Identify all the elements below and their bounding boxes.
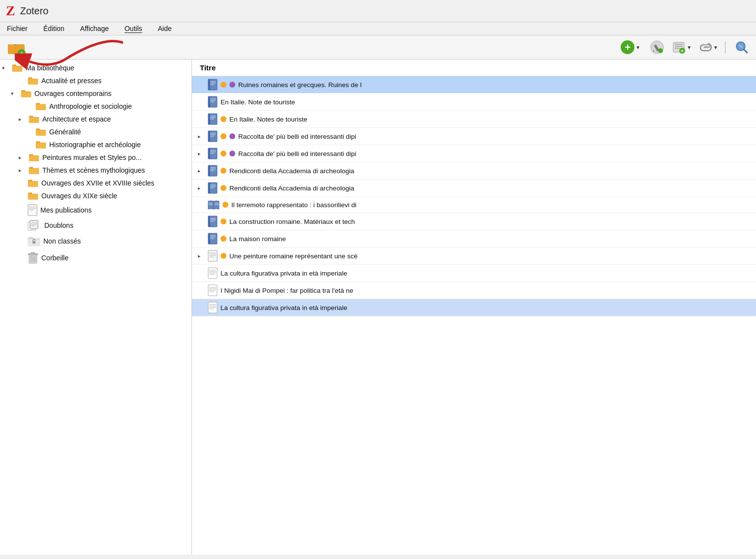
sidebar-label-non-classes: Non classés bbox=[43, 237, 81, 245]
svg-text:+: + bbox=[681, 48, 684, 54]
item-title: La construction romaine. Matériaux et te… bbox=[229, 218, 750, 225]
sidebar-item-peintures[interactable]: ▸ Peintures murales et Styles po... bbox=[0, 151, 191, 164]
list-item[interactable]: ▸ Une peinture romaine représentant une … bbox=[192, 248, 756, 265]
tag-orange bbox=[220, 253, 226, 259]
tag-orange bbox=[220, 185, 226, 191]
tag-purple bbox=[229, 151, 235, 156]
edit-item-button[interactable] bbox=[649, 39, 665, 55]
add-circle-icon: + bbox=[621, 40, 634, 54]
svg-rect-46 bbox=[210, 101, 214, 102]
list-expand: ▸ bbox=[198, 185, 205, 191]
svg-rect-56 bbox=[210, 136, 214, 137]
list-item[interactable]: ▸ La cultura figurativa privata in età i… bbox=[192, 299, 756, 316]
article-icon bbox=[208, 284, 218, 296]
sidebar: ▾ Ma bibliothèque ▸ Actualité et presses… bbox=[0, 60, 192, 555]
search-button[interactable] bbox=[733, 39, 750, 56]
item-title: Rendiconti della Accademia di archeologi… bbox=[229, 185, 750, 192]
list-item[interactable]: ▸ Il terremoto rappresentato : i bassori… bbox=[192, 197, 756, 213]
svg-rect-61 bbox=[210, 153, 214, 154]
sidebar-item-architecture[interactable]: ▸ Architecture et espace bbox=[0, 113, 191, 125]
book-icon bbox=[208, 165, 218, 177]
svg-rect-73 bbox=[209, 203, 213, 204]
svg-rect-80 bbox=[210, 219, 216, 220]
list-item[interactable]: ▸ Ruines romaines et grecques. Ruines de… bbox=[192, 76, 756, 93]
sidebar-item-ouvrages-xixe[interactable]: ▸ Ouvrages du XIXe siècle bbox=[0, 189, 191, 202]
article-icon bbox=[208, 267, 218, 279]
add-attachment-button[interactable]: + ▼ bbox=[671, 39, 693, 55]
sidebar-item-generalite[interactable]: ▸ Généralité bbox=[0, 125, 191, 138]
menu-outils[interactable]: Outils bbox=[122, 23, 145, 34]
book-icon bbox=[208, 148, 218, 159]
svg-rect-95 bbox=[209, 270, 216, 271]
menu-fichier[interactable]: Fichier bbox=[4, 23, 31, 34]
menu-aide[interactable]: Aide bbox=[155, 23, 175, 34]
app-icon: Z bbox=[6, 4, 15, 18]
svg-rect-43 bbox=[208, 96, 210, 107]
sidebar-item-ouvrages-contemporains[interactable]: ▾ Ouvrages contemporains bbox=[0, 87, 191, 100]
sidebar-item-historiographie[interactable]: ▸ Historiographie et archéologie bbox=[0, 138, 191, 151]
book-icon bbox=[208, 216, 218, 227]
svg-rect-106 bbox=[209, 306, 216, 307]
svg-rect-103 bbox=[209, 291, 214, 292]
svg-rect-71 bbox=[210, 187, 214, 188]
item-title: En Italie. Note de touriste bbox=[220, 98, 750, 106]
svg-rect-105 bbox=[209, 304, 216, 305]
tag-orange bbox=[220, 116, 226, 122]
svg-rect-45 bbox=[210, 100, 216, 101]
column-header-titre: Titre bbox=[192, 60, 756, 76]
attach-dropdown: ▼ bbox=[713, 45, 718, 50]
sidebar-item-doublons[interactable]: ▸ Doublons bbox=[0, 218, 191, 233]
main-content: ▾ Ma bibliothèque ▸ Actualité et presses… bbox=[0, 60, 756, 555]
list-item[interactable]: ▸ La cultura figurativa privata in età i… bbox=[192, 265, 756, 282]
list-expand: ▸ bbox=[198, 168, 205, 174]
sidebar-label-ouvrages-xviie: Ouvrages des XVIIe et XVIIIe siècles bbox=[41, 179, 155, 187]
svg-text:+: + bbox=[20, 50, 23, 56]
list-item[interactable]: ▸ En Italie. Notes de touriste bbox=[192, 111, 756, 128]
list-item[interactable]: ▸ En Italie. Note de touriste bbox=[192, 93, 756, 111]
list-item[interactable]: ▸ Rendiconti della Accademia di archeolo… bbox=[192, 180, 756, 197]
sidebar-item-ma-bibliotheque[interactable]: ▾ Ma bibliothèque bbox=[0, 62, 191, 74]
list-item[interactable]: ▸ Raccolta de' più belli ed interessanti… bbox=[192, 145, 756, 162]
sidebar-item-actualite[interactable]: ▸ Actualité et presses bbox=[0, 74, 191, 87]
svg-rect-70 bbox=[210, 186, 216, 187]
svg-rect-107 bbox=[209, 307, 216, 308]
sidebar-item-corbeille[interactable]: ▸ Corbeille bbox=[0, 249, 191, 266]
svg-rect-38 bbox=[208, 79, 210, 90]
svg-rect-27 bbox=[31, 222, 37, 223]
folder-icon bbox=[28, 76, 38, 85]
sidebar-item-anthropologie[interactable]: ▸ Anthropologie et sociologie bbox=[0, 100, 191, 113]
menu-edition[interactable]: Édition bbox=[40, 23, 67, 34]
svg-rect-22 bbox=[29, 208, 36, 209]
item-title: La maison romaine bbox=[229, 235, 750, 243]
article-icon bbox=[208, 250, 218, 262]
tag-orange bbox=[220, 168, 226, 174]
svg-rect-65 bbox=[210, 169, 216, 170]
folder-icon bbox=[35, 102, 46, 111]
svg-rect-108 bbox=[209, 309, 214, 310]
sidebar-item-ouvrages-xviie[interactable]: ▸ Ouvrages des XVIIe et XVIIIe siècles bbox=[0, 177, 191, 189]
sidebar-item-themes[interactable]: ▸ Thèmes et scènes mythologiques bbox=[0, 164, 191, 177]
attach-file-button[interactable]: ▼ bbox=[698, 40, 719, 55]
toolbar: + + ▼ + ▼ bbox=[0, 35, 756, 60]
sidebar-item-mes-publications[interactable]: ▸ Mes publications bbox=[0, 202, 191, 218]
expand-arrow-architecture: ▸ bbox=[19, 116, 26, 123]
sidebar-label-peintures: Peintures murales et Styles po... bbox=[42, 154, 142, 161]
sidebar-label-mes-publications: Mes publications bbox=[40, 206, 92, 214]
item-title: Rendiconti della Accademia di archeologi… bbox=[229, 167, 750, 175]
list-item[interactable]: ▸ La construction romaine. Matériaux et … bbox=[192, 213, 756, 230]
sidebar-label-corbeille: Corbeille bbox=[41, 254, 68, 262]
list-item[interactable]: ▸ Rendiconti della Accademia di archeolo… bbox=[192, 162, 756, 180]
new-collection-button[interactable]: + bbox=[6, 38, 27, 56]
menu-affichage[interactable]: Affichage bbox=[77, 23, 112, 34]
list-item[interactable]: ▸ Raccolta de' più belli ed interessanti… bbox=[192, 128, 756, 145]
right-panel: Titre ▸ Ruines romaines et grecques. Rui… bbox=[192, 60, 756, 555]
tag-purple bbox=[229, 82, 235, 88]
tag-orange bbox=[220, 236, 226, 242]
sidebar-label-actualite: Actualité et presses bbox=[41, 77, 101, 85]
list-item[interactable]: ▸ La maison romaine bbox=[192, 230, 756, 248]
add-item-button[interactable]: + ▼ bbox=[620, 39, 641, 55]
sidebar-item-non-classes[interactable]: ▸ Non classés bbox=[0, 233, 191, 249]
list-item[interactable]: ▸ I Nigidi Mai di Pompei : far politica … bbox=[192, 282, 756, 299]
folder-icon bbox=[29, 153, 39, 162]
book-icon bbox=[208, 182, 218, 194]
